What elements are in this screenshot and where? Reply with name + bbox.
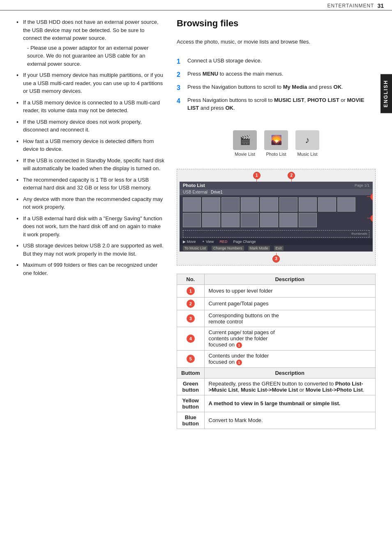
table-row: 2 Current page/Total pages: [177, 297, 376, 310]
mockup-bottom-buttons: To Music List Change Numbers Mark Mode E…: [180, 245, 373, 252]
mockup-drive-label: USB External: [183, 190, 208, 194]
photo-list-icon-item: 🌄 Photo List: [264, 130, 288, 157]
movie-list-label: Movie List: [235, 152, 255, 157]
photo-icon: 🌄: [264, 130, 288, 150]
table-row: 3 Corresponding buttons on theremote con…: [177, 310, 376, 327]
annotation-1: 1: [253, 172, 261, 179]
steps-list: 1 Connect a USB storage device. 2 Press …: [177, 57, 376, 115]
list-item: If your USB memory device has multiple p…: [16, 71, 164, 95]
thumb-3: [221, 197, 240, 212]
step-4: 4 Press Navigation buttons to scroll to …: [177, 96, 376, 112]
music-list-label: Music List: [297, 152, 318, 157]
list-item: If a USB memory device is connected to a…: [16, 99, 164, 115]
step-2: 2 Press MENU to access the main menus.: [177, 70, 376, 80]
row-desc: Current page/Total pages: [204, 297, 376, 310]
thumb-10: [183, 213, 201, 227]
mockup-page-label: Page 1/1: [355, 183, 369, 187]
top-bar: ENTERTAINMENT 31: [0, 0, 392, 11]
mockup-footer: ▶ Move ⚬ View RED Page Change: [180, 238, 373, 245]
row-desc: Contents under the folderfocused on 1: [204, 350, 376, 367]
button-row-green: Greenbutton Repeatedly, press the GREEN …: [177, 378, 376, 395]
thumb-12: [221, 213, 240, 227]
music-list-icon-item: ♪ Music List: [295, 130, 319, 157]
movie-icon: 🎬: [233, 130, 257, 150]
row-no: 5: [177, 350, 205, 367]
button-desc-blue: Convert to Mark Mode.: [204, 412, 376, 429]
annotation-4: 4: [370, 193, 373, 201]
header-label: ENTERTAINMENT: [327, 3, 374, 9]
button-name-yellow: Yellowbutton: [177, 395, 205, 412]
button-row-blue: Bluebutton Convert to Mark Mode.: [177, 412, 376, 429]
button-section-header: Buttom Description: [177, 367, 376, 378]
row-no: 1: [177, 284, 205, 297]
col-desc-header: Description: [204, 274, 376, 284]
section-intro: Access the photo, music, or movie lists …: [177, 38, 376, 46]
music-icon: ♪: [295, 130, 319, 150]
row-desc: Corresponding buttons on theremote contr…: [204, 310, 376, 327]
mockup-header-label: Photo List: [183, 183, 205, 188]
thumb-16: [299, 213, 317, 227]
annotation-3: 3: [272, 255, 280, 263]
row-no: 2: [177, 297, 205, 310]
photo-list-label: Photo List: [266, 152, 286, 157]
button-name-green: Greenbutton: [177, 378, 205, 395]
list-item: Maximum of 999 folders or files can be r…: [16, 261, 164, 277]
bullet-list: If the USB HDD does not have an external…: [16, 18, 164, 277]
left-column: If the USB HDD does not have an external…: [16, 18, 164, 429]
row-no: 3: [177, 310, 205, 327]
right-column: Browsing files Access the photo, music, …: [177, 18, 376, 429]
list-item: USB storage devices below USB 2.0 are su…: [16, 242, 164, 258]
thumb-8: [318, 197, 336, 212]
button-desc-yellow: A method to view in 5 large thumbnail or…: [204, 395, 376, 412]
page-number: 31: [377, 2, 384, 9]
row-desc: Moves to upper level folder: [204, 284, 376, 297]
info-table: No. Description 1 Moves to upper level f…: [177, 274, 376, 429]
main-content: If the USB HDD does not have an external…: [0, 11, 392, 437]
annotation-5: 5: [370, 215, 373, 222]
thumb-6: [279, 197, 297, 212]
button-header-no: Buttom: [177, 367, 205, 378]
mockup-disk-label: Drive1: [211, 190, 223, 194]
thumb-7: [299, 197, 317, 212]
button-row-yellow: Yellowbutton A method to view in 5 large…: [177, 395, 376, 412]
movie-list-icon-item: 🎬 Movie List: [233, 130, 257, 157]
thumb-4: [241, 197, 259, 212]
thumb-15: [279, 213, 297, 227]
list-item: How fast a USB memory device is detected…: [16, 137, 164, 153]
list-item: The recommended capacity is 1 TB or less…: [16, 176, 164, 192]
thumb-11: [202, 213, 220, 227]
ui-mockup-container: 1 2 Photo List Page 1/1 USB Externa: [177, 169, 376, 265]
list-item: If a USB external hard disk with a "Ener…: [16, 215, 164, 239]
mockup-sub-area: thumbnails: [351, 232, 367, 235]
thumb-9: [337, 197, 355, 212]
sub-note: - Please use a power adaptor for an exte…: [27, 44, 164, 68]
thumb-14: [260, 213, 278, 227]
thumb-2: [202, 197, 220, 212]
list-item: Any device with more than the recommende…: [16, 195, 164, 211]
step-1: 1 Connect a USB storage device.: [177, 57, 376, 67]
button-name-blue: Bluebutton: [177, 412, 205, 429]
table-row: 5 Contents under the folderfocused on 1: [177, 350, 376, 367]
list-item: If the USB is connected in Standby Mode,…: [16, 157, 164, 173]
section-title: Browsing files: [177, 18, 376, 31]
media-icons-bar: 🎬 Movie List 🌄 Photo List ♪ Music List: [177, 130, 376, 157]
english-tab: ENGLISH: [380, 74, 392, 113]
table-row: 1 Moves to upper level folder: [177, 284, 376, 297]
annotation-2: 2: [288, 172, 295, 179]
thumb-13: [241, 213, 259, 227]
thumb-5: [260, 197, 278, 212]
button-desc-green: Repeatedly, press the GREEN button to co…: [204, 378, 376, 395]
step-3: 3 Press the Navigation buttons to scroll…: [177, 83, 376, 93]
list-item: If the USB memory device does not work p…: [16, 118, 164, 134]
row-desc: Current page/ total pages ofcontents und…: [204, 327, 376, 350]
col-no-header: No.: [177, 274, 205, 284]
list-item: If the USB HDD does not have an external…: [16, 18, 164, 68]
button-header-desc: Description: [204, 367, 376, 378]
row-no: 4: [177, 327, 205, 350]
table-row: 4 Current page/ total pages ofcontents u…: [177, 327, 376, 350]
thumb-1: [183, 197, 201, 212]
